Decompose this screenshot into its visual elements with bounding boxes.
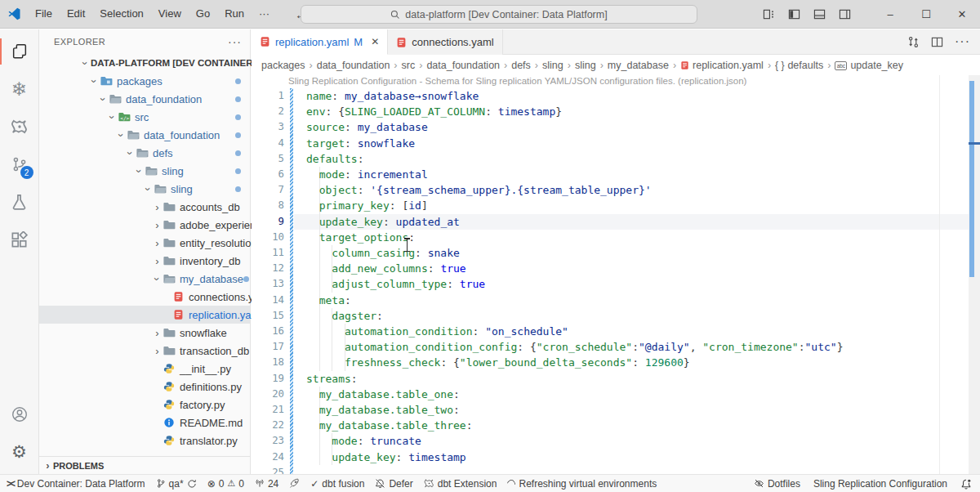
- breadcrumb-item-my-database[interactable]: my_database: [608, 60, 669, 71]
- line-number[interactable]: 4: [252, 136, 284, 151]
- settings-gear-icon[interactable]: ⚙: [0, 433, 39, 471]
- code-line-1[interactable]: name: my_database→snowflake: [306, 88, 479, 104]
- dotfiles-indicator[interactable]: Dotfiles: [754, 478, 800, 490]
- open-changes-icon[interactable]: [907, 36, 920, 48]
- code-line-18[interactable]: freshness_check: {"lower_bound_delta_sec…: [306, 355, 690, 370]
- menu-overflow[interactable]: ···: [252, 4, 277, 24]
- tree-item-inventory-db[interactable]: ›inventory_db: [39, 252, 250, 270]
- menu-view[interactable]: View: [151, 7, 189, 20]
- tree-item-data-platform-dev-container-data[interactable]: ›DATA-PLATFORM [DEV CONTAINER: DATA ...: [39, 54, 250, 72]
- tab-connections-yaml[interactable]: connections.yaml: [388, 29, 502, 55]
- code-line-2[interactable]: env: {SLING_LOADED_AT_COLUMN: timestamp}: [306, 104, 562, 119]
- tree-item-definitions-py[interactable]: definitions.py: [39, 378, 250, 396]
- defer-indicator[interactable]: Defer: [375, 478, 412, 490]
- menu-selection[interactable]: Selection: [92, 7, 150, 20]
- tree-item-connections-yaml[interactable]: connections.yaml: [39, 288, 250, 306]
- tab-close-icon[interactable]: ✕: [371, 36, 379, 47]
- tree-item-snowflake[interactable]: ›snowflake: [39, 324, 250, 342]
- menu-go[interactable]: Go: [189, 7, 217, 20]
- line-number[interactable]: 8: [252, 198, 284, 213]
- line-number[interactable]: 3: [252, 119, 284, 135]
- code-line-6[interactable]: mode: incremental: [306, 167, 428, 182]
- activity-explorer-icon[interactable]: [0, 33, 39, 70]
- tree-item-accounts-db[interactable]: ›accounts_db: [39, 198, 250, 216]
- split-editor-icon[interactable]: [931, 36, 943, 48]
- code-line-22[interactable]: my_database.table_three:: [306, 418, 473, 433]
- tree-item-factory-py[interactable]: factory.py: [39, 396, 250, 414]
- tree-item-data-foundation[interactable]: ›data_foundation: [39, 90, 250, 108]
- breadcrumb-item-update-key[interactable]: abcupdate_key: [835, 60, 903, 71]
- code-line-13[interactable]: adjust_column_type: true: [306, 276, 485, 292]
- tree-item-defs[interactable]: ›defs: [39, 144, 250, 162]
- code-line-5[interactable]: defaults:: [306, 151, 363, 167]
- breadcrumb-item-packages[interactable]: packages: [261, 60, 305, 71]
- tree-item-adobe-experience[interactable]: ›adobe_experience: [39, 216, 250, 234]
- code-line-11[interactable]: column_casing: snake: [306, 245, 460, 261]
- tree-item-packages[interactable]: ›packages: [39, 72, 250, 90]
- code-line-10[interactable]: target_options:: [306, 230, 415, 245]
- tree-item-transaction-db[interactable]: ›transaction_db: [39, 342, 250, 360]
- code-editor[interactable]: Sling Replication Configuration - Schema…: [252, 75, 980, 474]
- breadcrumb-item-defs[interactable]: defs: [511, 60, 531, 71]
- tree-item-replication-yaml[interactable]: replication.yamlM: [39, 306, 250, 324]
- command-center-search[interactable]: data-platform [Dev Container: Data Platf…: [301, 5, 697, 24]
- breadcrumb-item-sling[interactable]: sling: [542, 60, 564, 71]
- line-number[interactable]: 17: [252, 339, 284, 355]
- line-number[interactable]: 1: [252, 88, 284, 104]
- tree-item-entity-resolution[interactable]: ›entity_resolution: [39, 234, 250, 252]
- toggle-secondary-sidebar-icon[interactable]: [839, 8, 851, 20]
- refresh-env-indicator[interactable]: Refreshing virtual environments: [507, 478, 657, 490]
- window-minimize-button[interactable]: –: [872, 0, 908, 29]
- code-line-17[interactable]: automation_condition_config: {"cron_sche…: [306, 339, 844, 355]
- line-number[interactable]: 11: [252, 245, 284, 261]
- code-line-14[interactable]: meta:: [306, 293, 351, 308]
- line-number[interactable]: 10: [252, 230, 284, 245]
- breadcrumb-item-src[interactable]: src: [402, 60, 416, 71]
- language-mode-indicator[interactable]: Sling Replication Configuration: [813, 478, 947, 490]
- overview-ruler-scrollbar[interactable]: [969, 75, 980, 474]
- code-line-23[interactable]: mode: truncate: [306, 433, 421, 449]
- menu-edit[interactable]: Edit: [60, 7, 92, 20]
- code-line-3[interactable]: source: my_database: [306, 119, 428, 135]
- notifications-indicator[interactable]: [960, 478, 972, 490]
- line-number[interactable]: 2: [252, 104, 284, 119]
- line-number[interactable]: 21: [252, 402, 284, 418]
- tree-item-data-foundation[interactable]: ›data_foundation: [39, 126, 250, 144]
- code-line-7[interactable]: object: '{stream_schema_upper}.{stream_t…: [306, 182, 652, 198]
- line-number[interactable]: 24: [252, 450, 284, 465]
- customize-layout-icon[interactable]: [763, 8, 775, 20]
- code-line-19[interactable]: streams:: [306, 371, 358, 387]
- problems-indicator[interactable]: ⊗ 0 ⚠ 0: [207, 478, 244, 490]
- activity-extensions-icon[interactable]: [0, 221, 39, 258]
- line-number[interactable]: 20: [252, 387, 284, 402]
- dbt-fusion-indicator[interactable]: ✓ dbt fusion: [310, 478, 364, 490]
- activity-snowflake-icon[interactable]: ❄: [0, 70, 39, 108]
- activity-testing-icon[interactable]: [0, 183, 39, 221]
- tree-item-my-database[interactable]: ›my_database: [39, 270, 250, 288]
- breadcrumb-item-data-foundation[interactable]: data_foundation: [426, 60, 500, 71]
- tree-item-src[interactable]: ›</>src: [39, 108, 250, 126]
- remote-indicator[interactable]: >< Dev Container: Data Platform: [7, 478, 145, 490]
- line-number[interactable]: 14: [252, 293, 284, 308]
- rocket-indicator[interactable]: [289, 478, 300, 489]
- line-number[interactable]: 12: [252, 261, 284, 276]
- code-line-24[interactable]: update_key: timestamp: [306, 450, 466, 465]
- toggle-primary-sidebar-icon[interactable]: [788, 8, 800, 20]
- window-close-button[interactable]: ✕: [944, 0, 980, 29]
- account-icon[interactable]: [0, 396, 39, 433]
- tree-item-readme-md[interactable]: README.md: [39, 414, 250, 432]
- code-line-16[interactable]: automation_condition: "on_schedule": [306, 324, 568, 339]
- line-number[interactable]: 16: [252, 324, 284, 339]
- line-number[interactable]: 6: [252, 167, 284, 182]
- code-line-20[interactable]: my_database.table_one:: [306, 387, 460, 402]
- line-number[interactable]: 13: [252, 276, 284, 292]
- code-line-9[interactable]: update_key: updated_at: [306, 214, 460, 230]
- window-maximize-button[interactable]: ☐: [908, 0, 944, 29]
- code-line-21[interactable]: my_database.table_two:: [306, 402, 460, 418]
- git-branch-indicator[interactable]: qa*: [156, 478, 197, 490]
- activity-dbt-icon[interactable]: [0, 108, 39, 145]
- line-number[interactable]: 9: [252, 214, 284, 230]
- tree-item-translator-py[interactable]: translator.py: [39, 432, 250, 450]
- code-line-12[interactable]: add_new_columns: true: [306, 261, 466, 276]
- breadcrumb-item-replication-yaml[interactable]: replication.yaml: [680, 60, 764, 71]
